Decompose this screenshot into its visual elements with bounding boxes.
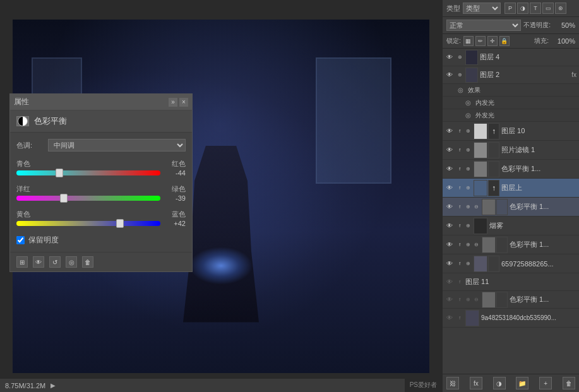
layer-row[interactable]: 👁 f ⊕ ↑ 图层 10 [443,122,579,141]
eye-footer-icon[interactable]: 👁 [33,256,44,268]
layer-row[interactable]: 👁 f ⊕ ⊖ 色彩平衡 1... [443,291,579,309]
yellow-blue-thumb[interactable] [116,219,124,228]
layer-name: 烟雾 [489,221,576,230]
layer-row[interactable]: 👁 f ⊕ 照片滤镜 1 [443,141,579,160]
mask-icon: ⊕ [464,260,472,268]
layer-name: 图层 11 [465,277,576,287]
new-adjustment-btn[interactable]: ◑ [493,377,506,389]
blend-bar: 正常 不透明度: 50% [443,17,579,34]
blue-label: 蓝色 [172,210,186,219]
lock-all-btn[interactable]: 🔒 [499,36,510,46]
tone-label: 色调: [16,141,48,150]
layer-eye-icon[interactable]: 👁 [445,314,454,323]
layer-eye-icon[interactable]: 👁 [445,203,454,211]
trash-footer-icon[interactable]: 🗑 [82,256,93,268]
layer-sub-name: 效果 [468,86,576,95]
blend-mode-select[interactable]: 正常 [446,20,521,31]
layer-row[interactable]: 👁 f 图层 11 [443,273,579,291]
layer-row[interactable]: 👁 ⊕ 图层 2 fx [443,66,579,84]
panel-expand-button[interactable]: » [169,98,177,107]
layer-eye-icon[interactable]: 👁 [445,259,454,268]
lock-paint-btn[interactable]: ✏ [475,36,486,46]
layer-row[interactable]: 👁 f ⊕ 色彩平衡 1... [443,160,579,179]
pixel-filter-btn[interactable]: P [504,3,516,14]
kind-select[interactable]: 类型 [463,3,501,14]
layer-row-active[interactable]: 👁 f ⊕ ↑ 图层上 [443,179,579,198]
chain-icon: f [456,128,463,135]
opacity-value[interactable]: 50% [553,21,575,29]
fill-value[interactable]: 100% [551,37,575,45]
layer-eye-icon[interactable]: 👁 [445,146,454,155]
layer-name: 色彩平衡 1... [501,164,576,174]
red-label: 红色 [172,159,186,169]
cyan-red-thumb[interactable] [56,169,63,177]
magenta-green-slider-row: -39 [16,196,186,201]
smart-filter-btn[interactable]: ⊛ [555,3,566,14]
adjust-filter-btn[interactable]: ◑ [517,3,528,14]
tone-select[interactable]: 中间调 [48,139,186,151]
yellow-blue-track[interactable] [16,221,160,226]
layer-eye-icon[interactable]: 👁 [445,278,454,287]
layer-eye-icon[interactable]: 👁 [445,241,454,249]
lock-transparency-btn[interactable]: ▦ [463,36,474,46]
layers-top-bar: 类型 类型 P ◑ T ▭ ⊛ [443,0,579,17]
layer-name: 照片滤镜 1 [501,145,576,155]
new-group-btn[interactable]: 📁 [516,377,528,389]
cyan-red-header: 青色 红色 [16,159,186,169]
shape-filter-btn[interactable]: ▭ [542,3,554,14]
layer-row[interactable]: 👁 f ⊕ ⊖ 色彩平衡 1... [443,235,579,254]
layer-eye-icon[interactable]: 👁 [445,222,454,230]
layers-footer: ⛓ fx ◑ 📁 + 🗑 [443,374,579,392]
layer-row[interactable]: 👁 ⊕ 图层 4 [443,49,579,66]
layer-row[interactable]: 👁 f ⊕ 659725888265... [443,254,579,273]
fx-btn[interactable]: fx [470,377,482,389]
layer-name: 图层上 [501,183,576,193]
layer-row-sub[interactable]: ◎ 效果 [443,84,579,97]
layer-row-sub[interactable]: ◎ 内发光 [443,97,579,109]
layer-row[interactable]: 👁 f 9a482531840dcb535990... [443,309,579,328]
layer-row[interactable]: 👁 f ⊕ ⊖ 色彩平衡 1... [443,198,579,217]
layer-eye-icon[interactable]: 👁 [445,165,454,174]
yellow-blue-header: 黄色 蓝色 [16,210,186,219]
layer-eye-icon[interactable]: 👁 [445,127,454,136]
panel-content: 色调: 中间调 青色 红色 -44 洋红 绿色 [10,133,192,252]
layer-eye-icon[interactable]: 👁 [445,295,454,304]
magenta-green-thumb[interactable] [60,194,68,203]
layer-eye-icon[interactable]: 👁 [445,71,454,80]
panel-close-button[interactable]: × [179,98,188,107]
reset-footer-icon[interactable]: ↺ [49,256,61,268]
properties-panel: 属性 » × 色彩平衡 色调: 中间调 青色 红色 [9,93,193,272]
cyan-red-track[interactable] [16,170,160,175]
mask-icon: ⊕ [464,165,472,173]
layer-eye-icon[interactable]: 👁 [445,184,454,193]
layer-footer-icon[interactable]: ⊞ [16,256,28,268]
layer-eye-icon[interactable]: 👁 [445,53,454,62]
chain-icon: f [456,296,463,304]
layer-name: 色彩平衡 1... [510,295,576,304]
layer-thumb-pair [465,310,479,326]
layer-row-sub[interactable]: ◎ 外发光 [443,109,579,122]
chain-icon: f [456,241,463,249]
layers-panel: 类型 类型 P ◑ T ▭ ⊛ 正常 不透明度: 50% 锁定: ▦ ✏ ✛ 🔒… [442,0,579,392]
delete-layer-btn[interactable]: 🗑 [563,377,575,389]
lock-position-btn[interactable]: ✛ [487,36,498,46]
chain-icon: f [456,146,463,154]
mask-icon: ⊕ [464,146,472,154]
chain-icon: f [456,260,463,268]
layer-name: 图层 2 [480,70,570,80]
status-arrow[interactable]: ▶ [51,382,56,389]
layer-row[interactable]: 👁 f ⊕ 烟雾 [443,217,579,235]
layer-name: 色彩平衡 1... [510,240,576,249]
panel-heading: 色彩平衡 [34,116,67,127]
mask-icon: ⊕ [464,222,472,230]
link-layers-btn[interactable]: ⛓ [446,377,459,389]
preserve-brightness-checkbox[interactable] [16,236,25,244]
status-bar: 8.75M/31.2M ▶ [0,378,442,392]
text-filter-btn[interactable]: T [530,3,541,14]
magenta-green-track[interactable] [16,196,160,201]
new-layer-btn[interactable]: + [539,377,552,389]
visibility-footer-icon[interactable]: ◎ [66,256,77,268]
scene-glow [189,247,253,285]
green-label: 绿色 [172,184,186,194]
kind-icons: P ◑ T ▭ ⊛ [504,3,566,14]
